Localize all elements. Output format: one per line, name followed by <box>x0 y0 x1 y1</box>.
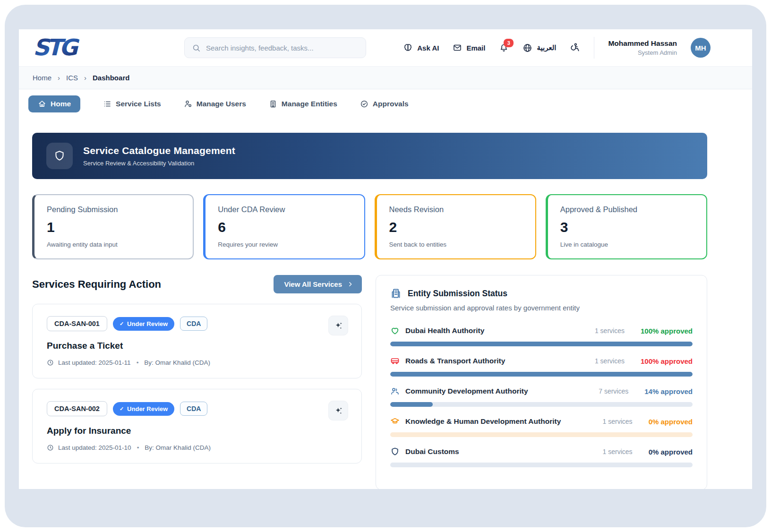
meta-dot: • <box>137 359 139 366</box>
svg-text:STG: STG <box>33 35 79 60</box>
search-placeholder: Search insights, feedback, tasks... <box>206 44 314 52</box>
service-title: Apply for Insurance <box>47 426 347 436</box>
stat-card-pending-submission[interactable]: Pending Submission 1 Awaiting entity dat… <box>32 194 194 259</box>
progress-fill <box>390 342 693 346</box>
search-input[interactable]: Search insights, feedback, tasks... <box>184 37 366 58</box>
bus-icon <box>390 356 400 366</box>
app-window: STG Search insights, feedback, tasks... … <box>19 29 752 489</box>
updated-by: By: Omar Khalid (CDA) <box>145 444 211 451</box>
ask-ai-button[interactable]: Ask AI <box>403 43 439 53</box>
tab-approvals-label: Approvals <box>373 100 409 108</box>
service-card[interactable]: CDA-SAN-002 ✓Under Review CDA Apply for … <box>32 389 362 463</box>
entity-name: Roads & Transport Authority <box>405 357 505 365</box>
search-icon <box>192 43 201 52</box>
user-info[interactable]: Mohammed Hassan System Admin <box>608 39 677 56</box>
building-icon <box>269 100 277 108</box>
list-icon <box>103 100 111 108</box>
entity-services-count: 7 services <box>599 387 628 395</box>
page-title: Service Catalogue Management <box>83 145 235 156</box>
badge-row: CDA-SAN-002 ✓Under Review CDA <box>47 401 347 416</box>
entity-name: Knowledge & Human Development Authority <box>405 417 561 426</box>
stg-logo: STG <box>32 35 90 60</box>
entity-row: Dubai Customs 1 services 0% approved <box>390 447 693 467</box>
tab-service-lists[interactable]: Service Lists <box>103 100 161 108</box>
ask-ai-label: Ask AI <box>417 44 439 52</box>
entity-services-count: 1 services <box>595 357 625 365</box>
last-updated: Last updated: 2025-01-11 <box>58 359 131 366</box>
stat-value: 1 <box>47 219 180 235</box>
globe-icon <box>523 43 532 53</box>
progress-bar <box>390 342 693 346</box>
stat-caption: Requires your review <box>218 241 351 248</box>
entity-row: Roads & Transport Authority 1 services 1… <box>390 356 693 377</box>
progress-bar <box>390 463 693 467</box>
service-card[interactable]: CDA-SAN-001 ✓Under Review CDA Purchase a… <box>32 304 362 378</box>
stat-card-approved-published[interactable]: Approved & Published 3 Live in catalogue <box>546 194 707 259</box>
entity-tag-badge: CDA <box>180 402 207 416</box>
entity-row: Community Development Authority 7 servic… <box>390 386 693 407</box>
tab-home[interactable]: Home <box>28 95 80 112</box>
stat-title: Pending Submission <box>47 205 180 214</box>
service-code-badge: CDA-SAN-001 <box>47 316 107 331</box>
chevron-right-icon: › <box>58 74 60 82</box>
user-gear-icon <box>184 100 192 108</box>
stat-card-under-cda-review[interactable]: Under CDA Review 6 Requires your review <box>203 194 365 259</box>
breadcrumb-dashboard: Dashboard <box>93 74 129 82</box>
stat-value: 3 <box>560 219 694 235</box>
breadcrumb-home[interactable]: Home <box>33 74 51 82</box>
heart-icon <box>390 326 400 335</box>
tab-home-label: Home <box>51 100 71 108</box>
home-icon <box>38 100 46 108</box>
view-all-services-button[interactable]: View All Services <box>274 275 362 293</box>
tab-manage-entities[interactable]: Manage Entities <box>269 100 337 108</box>
service-code-badge: CDA-SAN-002 <box>47 401 107 416</box>
breadcrumb-ics[interactable]: ICS <box>66 74 78 82</box>
check-circle-icon <box>360 100 368 108</box>
language-label: العربية <box>537 43 556 52</box>
user-role: System Admin <box>608 49 677 56</box>
avatar[interactable]: MH <box>691 38 711 58</box>
stat-value: 2 <box>389 219 523 235</box>
service-title: Purchase a Ticket <box>47 341 347 351</box>
device-frame: STG Search insights, feedback, tasks... … <box>5 5 766 527</box>
services-column: Services Requiring Action View All Servi… <box>32 275 362 463</box>
page-subtitle: Service Review & Accessibility Validatio… <box>83 160 235 167</box>
envelope-icon <box>453 43 462 52</box>
entity-approved-percent: 100% approved <box>641 327 693 335</box>
entity-row: Knowledge & Human Development Authority … <box>390 417 693 437</box>
entity-services-count: 1 services <box>595 327 625 335</box>
entity-name: Community Development Authority <box>405 387 528 395</box>
stat-value: 6 <box>218 219 351 235</box>
progress-fill <box>390 372 693 377</box>
stat-caption: Awaiting entity data input <box>47 241 180 248</box>
progress-fill <box>390 402 433 407</box>
user-name: Mohammed Hassan <box>608 39 677 48</box>
entity-services-count: 1 services <box>603 418 633 425</box>
stat-card-needs-revision[interactable]: Needs Revision 2 Sent back to entities <box>375 194 536 259</box>
main-content: Services Requiring Action View All Servi… <box>32 275 707 489</box>
stat-title: Under CDA Review <box>218 205 351 214</box>
entity-row: Dubai Health Authority 1 services 100% a… <box>390 326 693 346</box>
tab-approvals[interactable]: Approvals <box>360 100 409 108</box>
language-switcher[interactable]: العربية <box>523 43 556 53</box>
service-meta: Last updated: 2025-01-11 • By: Omar Khal… <box>47 359 347 366</box>
notifications-button[interactable]: 3 <box>499 43 509 53</box>
tab-manage-entities-label: Manage Entities <box>282 100 337 108</box>
tab-manage-users-label: Manage Users <box>197 100 246 108</box>
ai-sparkles-button[interactable] <box>328 401 348 420</box>
email-label: Email <box>466 44 485 52</box>
ai-sparkles-button[interactable] <box>328 316 348 335</box>
entity-tag-badge: CDA <box>180 317 207 331</box>
main-nav-tabs: Home Service Lists Manage Users Manage E… <box>19 89 752 119</box>
clock-icon <box>47 444 54 451</box>
hero-banner: Service Catalogue Management Service Rev… <box>32 133 707 179</box>
tab-manage-users[interactable]: Manage Users <box>184 100 246 108</box>
accessibility-button[interactable] <box>570 43 580 53</box>
status-badge: ✓Under Review <box>113 402 174 416</box>
last-updated: Last updated: 2025-01-10 <box>58 444 131 451</box>
breadcrumb: Home › ICS › Dashboard <box>19 66 752 89</box>
email-button[interactable]: Email <box>453 43 485 52</box>
entity-name: Dubai Health Authority <box>405 326 484 335</box>
service-meta: Last updated: 2025-01-10 • By: Omar Khal… <box>47 444 347 451</box>
entity-submission-panel: Entity Submission Status Service submiss… <box>376 275 707 489</box>
